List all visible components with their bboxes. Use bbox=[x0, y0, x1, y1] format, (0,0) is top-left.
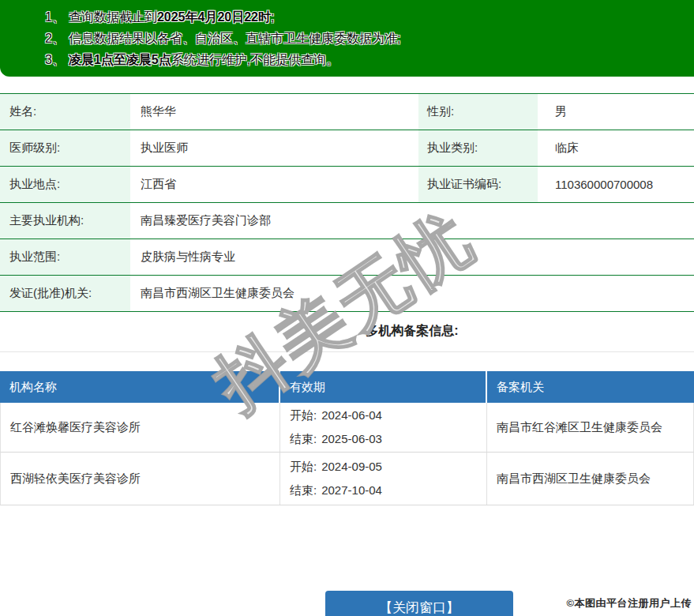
validity-end-line: 结束:2025-06-03 bbox=[290, 427, 486, 451]
table-row-practice-scope: 执业范围: 皮肤病与性病专业 bbox=[0, 239, 694, 276]
table-row-issuing-authority: 发证(批准)机关: 南昌市西湖区卫生健康委员会 bbox=[0, 276, 694, 312]
end-label: 结束: bbox=[290, 483, 317, 497]
table-row-level-category: 医师级别: 执业医师 执业类别: 临床 bbox=[0, 130, 694, 167]
table-row-name-gender: 姓名: 熊华华 性别: 男 bbox=[0, 94, 694, 130]
field-label-main-institution: 主要执业机构: bbox=[0, 203, 130, 239]
table-header-row: 机构名称 有效期 备案机关 bbox=[0, 371, 694, 403]
notice-text: 信息数据结果以各省、自治区、直辖市卫生健康委数据为准; bbox=[69, 32, 400, 45]
validity-end-line: 结束:2027-10-04 bbox=[290, 479, 486, 502]
cell-validity-period: 开始:2024-06-04 结束:2025-06-03 bbox=[280, 403, 487, 452]
field-label-practice-location: 执业地点: bbox=[0, 167, 130, 202]
field-label-practice-scope: 执业范围: bbox=[0, 239, 130, 275]
notice-text-bold: 凌晨1点至凌晨5点 bbox=[69, 53, 171, 66]
notice-number: 1、 bbox=[45, 10, 65, 24]
field-value-doctor-level: 执业医师 bbox=[130, 130, 418, 166]
field-value-issuing-authority: 南昌市西湖区卫生健康委员会 bbox=[130, 276, 694, 311]
field-value-gender: 男 bbox=[538, 94, 694, 130]
table-row-filing-1: 红谷滩焕馨医疗美容诊所 开始:2024-06-04 结束:2025-06-03 … bbox=[0, 403, 694, 453]
field-value-practice-category: 临床 bbox=[538, 130, 694, 166]
notice-number: 3、 bbox=[45, 53, 65, 66]
notice-item-1: 1、查询数据截止到2025年4月20日22时; bbox=[45, 6, 678, 28]
cell-validity-period: 开始:2024-09-05 结束:2027-10-04 bbox=[280, 453, 487, 505]
field-value-practice-scope: 皮肤病与性病专业 bbox=[130, 239, 694, 275]
field-label-name: 姓名: bbox=[0, 94, 130, 130]
table-row-location-certno: 执业地点: 江西省 执业证书编码: 110360000700008 bbox=[0, 167, 694, 203]
column-header-institution-name: 机构名称 bbox=[0, 371, 280, 403]
end-date: 2025-06-03 bbox=[321, 432, 382, 445]
close-window-button[interactable]: 【关闭窗口】 bbox=[325, 591, 513, 616]
notice-text-bold: 2025年4月20日22时 bbox=[157, 10, 271, 24]
field-label-issuing-authority: 发证(批准)机关: bbox=[0, 276, 130, 311]
notice-text: 查询数据截止到 bbox=[69, 10, 157, 24]
column-header-filing-authority: 备案机关 bbox=[487, 371, 694, 403]
filing-records-table: 机构名称 有效期 备案机关 红谷滩焕馨医疗美容诊所 开始:2024-06-04 … bbox=[0, 371, 694, 505]
field-label-gender: 性别: bbox=[418, 94, 538, 130]
end-label: 结束: bbox=[290, 432, 317, 445]
cell-filing-authority: 南昌市红谷滩区卫生健康委员会 bbox=[487, 403, 693, 452]
field-label-doctor-level: 医师级别: bbox=[0, 130, 130, 166]
end-date: 2027-10-04 bbox=[321, 483, 382, 497]
field-value-practice-location: 江西省 bbox=[130, 167, 418, 202]
table-row-filing-2: 西湖轻依美医疗美容诊所 开始:2024-09-05 结束:2027-10-04 … bbox=[0, 453, 694, 505]
field-value-main-institution: 南昌臻爱医疗美容门诊部 bbox=[130, 203, 694, 239]
start-date: 2024-06-04 bbox=[321, 408, 382, 422]
field-label-practice-category: 执业类别: bbox=[418, 130, 538, 166]
section-title-multi-org-filing: 多机构备案信息: bbox=[0, 321, 694, 341]
notice-item-2: 2、信息数据结果以各省、自治区、直辖市卫生健康委数据为准; bbox=[45, 28, 678, 49]
upload-credit-watermark: ©本图由平台注册用户上传 bbox=[566, 596, 692, 610]
cell-institution-name: 西湖轻依美医疗美容诊所 bbox=[1, 453, 280, 505]
notice-text: 系统进行维护,不能提供查询。 bbox=[171, 53, 339, 66]
field-value-certificate-number: 110360000700008 bbox=[538, 167, 694, 202]
start-label: 开始: bbox=[290, 408, 317, 422]
section-divider bbox=[0, 351, 694, 352]
field-label-certificate-number: 执业证书编码: bbox=[418, 167, 538, 202]
cell-institution-name: 红谷滩焕馨医疗美容诊所 bbox=[1, 403, 280, 452]
notice-banner: 1、查询数据截止到2025年4月20日22时; 2、信息数据结果以各省、自治区、… bbox=[0, 0, 694, 77]
field-value-name: 熊华华 bbox=[130, 94, 418, 130]
cell-filing-authority: 南昌市西湖区卫生健康委员会 bbox=[487, 453, 693, 505]
notice-item-3: 3、凌晨1点至凌晨5点系统进行维护,不能提供查询。 bbox=[45, 49, 678, 70]
validity-start-line: 开始:2024-09-05 bbox=[290, 455, 486, 479]
practitioner-info-table: 姓名: 熊华华 性别: 男 医师级别: 执业医师 执业类别: 临床 执业地点: … bbox=[0, 93, 694, 312]
start-label: 开始: bbox=[290, 460, 317, 473]
start-date: 2024-09-05 bbox=[321, 460, 382, 473]
notice-text: ; bbox=[271, 10, 274, 24]
column-header-validity-period: 有效期 bbox=[280, 371, 487, 403]
validity-start-line: 开始:2024-06-04 bbox=[290, 404, 486, 427]
table-row-main-institution: 主要执业机构: 南昌臻爱医疗美容门诊部 bbox=[0, 203, 694, 239]
notice-number: 2、 bbox=[45, 32, 65, 45]
